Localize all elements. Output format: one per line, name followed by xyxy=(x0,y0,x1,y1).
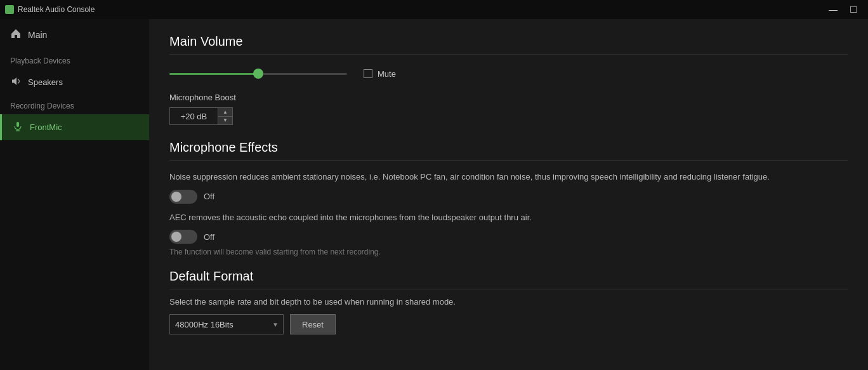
default-format-title: Default Format xyxy=(169,269,848,289)
main-content: Main Volume Mute Microphone Boost +20 dB xyxy=(149,19,868,370)
titlebar: Realtek Audio Console — ☐ xyxy=(0,0,868,19)
mute-checkbox[interactable] xyxy=(364,69,372,78)
mic-icon xyxy=(12,121,23,134)
microphone-effects-section: Microphone Effects Noise suppression red… xyxy=(169,140,848,256)
boost-spinner: +20 dB ▲ ▼ xyxy=(169,107,233,125)
sidebar-item-main[interactable]: Main xyxy=(0,19,149,50)
noise-toggle-row: Off xyxy=(169,190,848,204)
sidebar-item-speakers[interactable]: Speakers xyxy=(0,69,149,95)
format-select-wrapper: 48000Hz 16Bits 44100Hz 16Bits 48000Hz 24… xyxy=(169,314,284,334)
slider-fill xyxy=(169,73,258,75)
noise-toggle-knob xyxy=(171,192,181,202)
sidebar-item-frontmic[interactable]: FrontMic xyxy=(0,114,149,140)
sidebar: Main Playback Devices Speakers Recording… xyxy=(0,19,149,370)
aec-toggle-knob xyxy=(171,232,181,242)
app-title: Realtek Audio Console xyxy=(18,5,95,14)
aec-toggle-label: Off xyxy=(204,232,214,242)
main-volume-section: Main Volume Mute Microphone Boost +20 dB xyxy=(169,34,848,125)
volume-slider[interactable] xyxy=(169,67,347,80)
aec-note: The function will become valid starting … xyxy=(169,248,848,256)
effects-title: Microphone Effects xyxy=(169,140,848,161)
mute-label: Mute xyxy=(378,69,396,79)
minimize-button[interactable]: — xyxy=(824,3,843,16)
format-select[interactable]: 48000Hz 16Bits 44100Hz 16Bits 48000Hz 24… xyxy=(169,314,284,334)
boost-up-button[interactable]: ▲ xyxy=(218,108,232,116)
mute-row: Mute xyxy=(364,69,396,79)
boost-value: +20 dB xyxy=(170,108,218,124)
reset-button[interactable]: Reset xyxy=(290,314,336,334)
home-icon xyxy=(10,28,22,41)
aec-desc: AEC removes the acoustic echo coupled in… xyxy=(169,211,848,224)
playback-devices-section: Playback Devices xyxy=(0,50,149,69)
format-row: 48000Hz 16Bits 44100Hz 16Bits 48000Hz 24… xyxy=(169,314,848,334)
app-icon xyxy=(5,5,14,14)
boost-label: Microphone Boost xyxy=(169,93,848,102)
maximize-button[interactable]: ☐ xyxy=(844,3,863,16)
titlebar-left: Realtek Audio Console xyxy=(5,5,95,14)
main-volume-title: Main Volume xyxy=(169,34,848,55)
speakers-label: Speakers xyxy=(28,77,63,87)
speaker-icon xyxy=(10,76,22,89)
noise-toggle[interactable] xyxy=(169,190,197,204)
recording-devices-section: Recording Devices xyxy=(0,95,149,114)
titlebar-controls: — ☐ xyxy=(824,3,863,16)
noise-toggle-label: Off xyxy=(204,192,214,201)
aec-toggle[interactable] xyxy=(169,230,197,244)
sidebar-main-label: Main xyxy=(28,30,47,40)
app-body: Main Playback Devices Speakers Recording… xyxy=(0,19,868,370)
slider-thumb[interactable] xyxy=(253,69,263,79)
default-format-section: Default Format Select the sample rate an… xyxy=(169,269,848,334)
noise-suppression-desc: Noise suppression reduces ambient statio… xyxy=(169,171,848,183)
aec-toggle-row: Off xyxy=(169,230,848,244)
boost-down-button[interactable]: ▼ xyxy=(218,116,232,125)
boost-arrows: ▲ ▼ xyxy=(218,108,232,124)
frontmic-label: FrontMic xyxy=(30,122,62,132)
volume-slider-row: Mute xyxy=(169,67,848,80)
default-format-desc: Select the sample rate and bit depth to … xyxy=(169,297,848,307)
svg-rect-0 xyxy=(16,122,19,127)
